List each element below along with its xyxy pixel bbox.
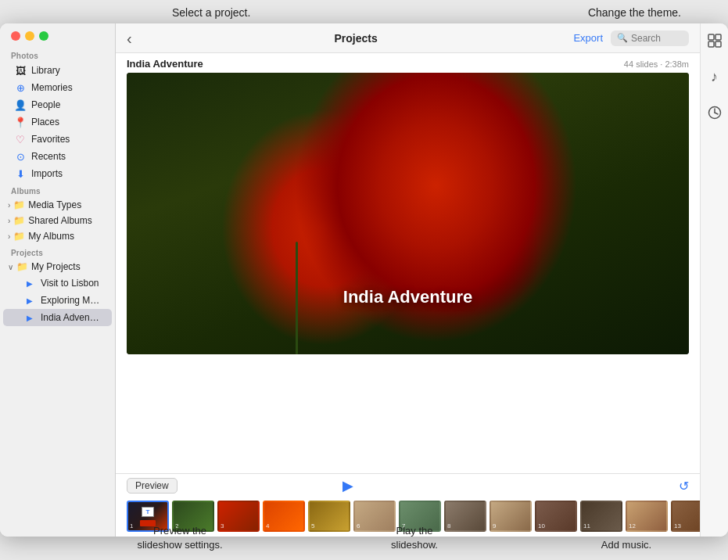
export-button[interactable]: Export <box>573 32 603 44</box>
slide-number-1: 1 <box>130 522 133 529</box>
search-input[interactable] <box>631 33 686 44</box>
my-projects-label: My Projects <box>31 261 81 272</box>
window-controls <box>0 23 115 47</box>
places-icon: 📍 <box>14 116 27 128</box>
film-slide-8[interactable]: 8 <box>444 501 486 532</box>
svg-rect-0 <box>708 34 714 40</box>
chevron-right-icon-3: › <box>8 232 10 241</box>
minimize-button[interactable] <box>25 31 34 41</box>
svg-line-6 <box>715 113 718 114</box>
loop-button[interactable]: ↺ <box>679 479 689 494</box>
slide-number-12: 12 <box>629 522 636 529</box>
controls-bar: Preview ▶ ↺ <box>116 474 700 497</box>
sidebar-group-my-albums[interactable]: › 📁 My Albums <box>0 228 115 244</box>
slide-number-11: 11 <box>583 522 590 529</box>
film-slide-10[interactable]: 10 <box>535 501 577 532</box>
sidebar-item-visit-lisbon[interactable]: ▶ Visit to Lisbon <box>3 275 112 292</box>
photos-section-label: Photos <box>0 47 115 62</box>
theme-button[interactable] <box>704 30 726 52</box>
search-box[interactable]: 🔍 <box>611 31 689 46</box>
film-slide-6[interactable]: 6 <box>353 501 396 532</box>
favorites-icon: ♡ <box>14 133 27 145</box>
back-button[interactable]: ‹ <box>127 31 132 46</box>
projects-section-label: Projects <box>0 244 115 259</box>
tooltip-select-project: Select a project. <box>172 6 250 19</box>
film-slide-7[interactable]: 7 <box>399 501 441 532</box>
india-adventure-sidebar-label: India Adventure <box>41 312 101 323</box>
slide-number-5: 5 <box>311 522 314 529</box>
slide-number-13: 13 <box>674 522 681 529</box>
sidebar-item-imports[interactable]: ⬇ Imports <box>3 165 112 182</box>
slideshow-overlay-title: India Adventure <box>343 287 472 307</box>
visit-lisbon-label: Visit to Lisbon <box>41 278 101 289</box>
shared-albums-label: Shared Albums <box>28 215 91 226</box>
slide-number-2: 2 <box>175 522 178 529</box>
slide-number-9: 9 <box>493 522 496 529</box>
slide-number-8: 8 <box>447 522 450 529</box>
sidebar-item-imports-label: Imports <box>31 168 101 179</box>
film-slide-3[interactable]: 3 <box>217 501 260 532</box>
sidebar-item-memories[interactable]: ⊕ Memories <box>3 79 112 96</box>
film-slide-9[interactable]: 9 <box>490 501 532 532</box>
chevron-right-icon: › <box>8 201 10 210</box>
slide-number-10: 10 <box>538 522 545 529</box>
sidebar-item-memories-label: Memories <box>31 82 101 93</box>
toolbar: ‹ Projects Export 🔍 <box>116 23 700 53</box>
sidebar-item-library[interactable]: 🖼 Library <box>3 62 112 79</box>
media-types-label: Media Types <box>28 199 81 210</box>
film-slide-12[interactable]: 12 <box>626 501 668 532</box>
sidebar-item-places[interactable]: 📍 Places <box>3 113 112 131</box>
film-slide-1[interactable]: T1 <box>127 501 169 532</box>
sidebar-item-people-label: People <box>31 99 101 110</box>
sidebar-group-shared-albums[interactable]: › 📁 Shared Albums <box>0 213 115 228</box>
slideshow-preview-image: India Adventure <box>127 73 689 354</box>
film-slide-2[interactable]: 2 <box>172 501 214 532</box>
film-slide-11[interactable]: 11 <box>580 501 622 532</box>
preview-button[interactable]: Preview <box>127 478 178 494</box>
my-albums-label: My Albums <box>28 231 74 242</box>
toolbar-title: Projects <box>138 32 574 45</box>
close-button[interactable] <box>11 31 20 41</box>
exploring-mor-label: Exploring Mor... <box>41 295 101 306</box>
svg-rect-1 <box>715 34 721 40</box>
slide-number-3: 3 <box>221 522 224 529</box>
search-icon: 🔍 <box>617 33 628 43</box>
my-projects-icon: 📁 <box>16 261 28 272</box>
sidebar-item-india-adventure[interactable]: ▶ India Adventure <box>3 309 112 326</box>
my-albums-icon: 📁 <box>13 231 25 242</box>
sidebar: Photos 🖼 Library ⊕ Memories 👤 People 📍 P… <box>0 23 116 537</box>
sidebar-group-media-types[interactable]: › 📁 Media Types <box>0 197 115 213</box>
main-content: ‹ Projects Export 🔍 India Adventure 44 s… <box>116 23 700 537</box>
right-panel: ♪ <box>700 23 728 537</box>
shared-albums-icon: 📁 <box>13 215 25 226</box>
svg-rect-3 <box>715 41 721 47</box>
slideshow-area: India Adventure <box>116 73 700 473</box>
music-button[interactable]: ♪ <box>704 66 726 88</box>
film-slide-13[interactable]: 13 <box>671 501 700 532</box>
albums-section-label: Albums <box>0 182 115 197</box>
chevron-down-icon: ∨ <box>8 263 13 271</box>
sidebar-item-favorites-label: Favorites <box>31 134 101 145</box>
people-icon: 👤 <box>14 99 27 111</box>
play-button[interactable]: ▶ <box>342 477 353 494</box>
sidebar-item-favorites[interactable]: ♡ Favorites <box>3 131 112 148</box>
film-slide-5[interactable]: 5 <box>308 501 350 532</box>
film-slide-4[interactable]: 4 <box>263 501 305 532</box>
filmstrip: T123456789101112131415+ <box>116 497 700 537</box>
main-window: Photos 🖼 Library ⊕ Memories 👤 People 📍 P… <box>0 23 728 537</box>
sidebar-group-my-projects[interactable]: ∨ 📁 My Projects <box>0 259 115 275</box>
maximize-button[interactable] <box>39 31 48 41</box>
tooltip-change-theme: Change the theme. <box>588 6 681 19</box>
recents-icon: ⊙ <box>14 150 27 163</box>
slide-number-4: 4 <box>266 522 269 529</box>
project-header: India Adventure 44 slides · 2:38m <box>116 53 700 73</box>
svg-rect-2 <box>708 41 714 47</box>
chevron-right-icon-2: › <box>8 217 10 225</box>
sidebar-item-people[interactable]: 👤 People <box>3 96 112 113</box>
bottom-controls: Preview ▶ ↺ T123456789101112131415+ <box>116 473 700 537</box>
media-types-icon: 📁 <box>13 199 25 210</box>
sidebar-item-recents[interactable]: ⊙ Recents <box>3 148 112 165</box>
sidebar-item-exploring-mor[interactable]: ▶ Exploring Mor... <box>3 292 112 309</box>
duration-button[interactable] <box>704 102 726 124</box>
slideshow-icon-2: ▶ <box>23 294 36 307</box>
